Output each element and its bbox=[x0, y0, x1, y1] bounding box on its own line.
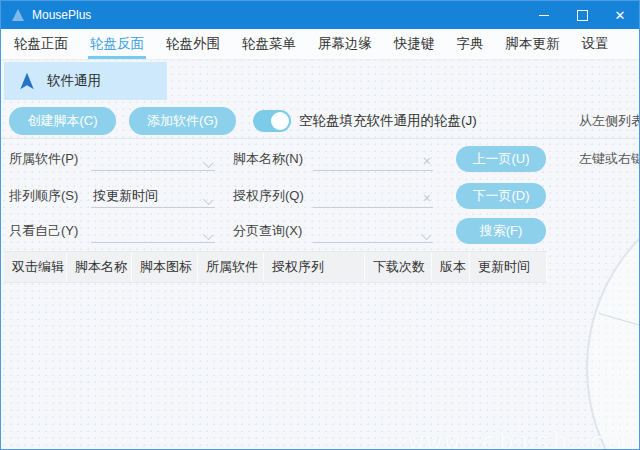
minimize-button[interactable] bbox=[525, 1, 563, 29]
subtab-software-general[interactable]: 软件通用 bbox=[4, 62, 167, 100]
app-logo-icon bbox=[12, 9, 24, 21]
page-query-label: 分页查询(X) bbox=[233, 222, 313, 240]
title-bar: MousePlus ✕ bbox=[1, 1, 639, 29]
chevron-down-icon bbox=[204, 195, 213, 204]
filter-row-3: 只看自己(Y) 分页查询(X) 搜索(F) bbox=[1, 213, 639, 249]
tab-script-update[interactable]: 脚本更新 bbox=[495, 29, 571, 59]
toolbar-separator bbox=[1, 138, 639, 139]
add-software-button[interactable]: 添加软件(G) bbox=[129, 107, 236, 135]
column-header-version[interactable]: 版本 bbox=[432, 252, 470, 282]
search-button[interactable]: 搜索(F) bbox=[456, 218, 546, 244]
script-name-label: 脚本名称(N) bbox=[233, 150, 313, 168]
maximize-button[interactable] bbox=[563, 1, 601, 29]
sort-order-label: 排列顺序(S) bbox=[9, 187, 91, 205]
auth-serial-input[interactable]: × bbox=[313, 185, 433, 208]
close-button[interactable]: ✕ bbox=[601, 1, 639, 29]
window-title: MousePlus bbox=[32, 8, 91, 22]
column-header-double-click-edit[interactable]: 双击编辑 bbox=[4, 252, 67, 282]
main-tab-bar: 轮盘正面 轮盘反面 轮盘外围 轮盘菜单 屏幕边缘 快捷键 字典 脚本更新 设置 bbox=[1, 29, 639, 60]
filter-row-1: 所属软件(P) 脚本名称(N) × 上一页(U) 左键或右键 bbox=[1, 141, 639, 177]
script-name-input[interactable]: × bbox=[313, 148, 433, 171]
toggle-label: 空轮盘填充软件通用的轮盘(J) bbox=[299, 112, 477, 130]
column-header-owner-software[interactable]: 所属软件 bbox=[198, 252, 264, 282]
column-header-update-time[interactable]: 更新时间 bbox=[470, 252, 547, 282]
owner-software-select[interactable] bbox=[91, 148, 215, 171]
tab-wheel-outer[interactable]: 轮盘外围 bbox=[155, 29, 231, 59]
column-header-script-name[interactable]: 脚本名称 bbox=[67, 252, 132, 282]
close-icon: ✕ bbox=[615, 9, 626, 22]
minimize-icon bbox=[539, 15, 549, 16]
filter-row-2: 排列顺序(S) 按更新时间 授权序列(Q) × 下一页(D) bbox=[1, 178, 639, 214]
subtab-label: 软件通用 bbox=[47, 72, 101, 90]
tab-wheel-menu[interactable]: 轮盘菜单 bbox=[231, 29, 307, 59]
column-header-script-icon[interactable]: 脚本图标 bbox=[132, 252, 198, 282]
tab-wheel-back[interactable]: 轮盘反面 bbox=[79, 29, 155, 59]
tab-settings[interactable]: 设置 bbox=[571, 29, 620, 59]
sort-order-value: 按更新时间 bbox=[91, 187, 158, 205]
maximize-icon bbox=[577, 10, 588, 21]
tab-dictionary[interactable]: 字典 bbox=[446, 29, 495, 59]
chevron-down-icon bbox=[422, 230, 431, 239]
tab-screen-edge[interactable]: 屏幕边缘 bbox=[307, 29, 383, 59]
toggle-knob bbox=[271, 112, 289, 130]
tab-wheel-front[interactable]: 轮盘正面 bbox=[3, 29, 79, 59]
create-script-button[interactable]: 创建脚本(C) bbox=[9, 107, 116, 135]
sort-order-select[interactable]: 按更新时间 bbox=[91, 185, 215, 208]
left-list-hint: 从左侧列表 bbox=[579, 112, 640, 130]
toolbar: 创建脚本(C) 添加软件(G) 空轮盘填充软件通用的轮盘(J) 从左侧列表 bbox=[1, 104, 639, 137]
script-table-header: 双击编辑 脚本名称 脚本图标 所属软件 授权序列 下载次数 版本 更新时间 bbox=[4, 251, 547, 283]
next-page-button[interactable]: 下一页(D) bbox=[456, 183, 546, 209]
column-header-auth-serial[interactable]: 授权序列 bbox=[264, 252, 365, 282]
chevron-down-icon bbox=[204, 230, 213, 239]
page-query-select[interactable] bbox=[313, 220, 433, 243]
chevron-down-icon bbox=[204, 158, 213, 167]
window-controls: ✕ bbox=[525, 1, 639, 29]
clear-icon[interactable]: × bbox=[423, 154, 431, 168]
only-mine-select[interactable] bbox=[91, 220, 215, 243]
tab-hotkeys[interactable]: 快捷键 bbox=[383, 29, 446, 59]
column-header-download-count[interactable]: 下载次数 bbox=[365, 252, 432, 282]
mouse-button-hint: 左键或右键 bbox=[579, 150, 640, 168]
auth-serial-label: 授权序列(Q) bbox=[233, 187, 313, 205]
owner-software-label: 所属软件(P) bbox=[9, 150, 91, 168]
clear-icon[interactable]: × bbox=[423, 191, 431, 205]
navigation-arrow-icon bbox=[18, 71, 36, 91]
watermark-text: www.cbish.com bbox=[408, 427, 640, 450]
app-window: MousePlus ✕ 轮盘正面 轮盘反面 轮盘外围 轮盘菜单 屏幕边缘 快捷键… bbox=[0, 0, 640, 450]
prev-page-button[interactable]: 上一页(U) bbox=[456, 146, 546, 172]
fill-empty-wheel-toggle[interactable] bbox=[253, 110, 291, 132]
only-mine-label: 只看自己(Y) bbox=[9, 222, 91, 240]
wheel-decoration-spoke bbox=[599, 313, 640, 333]
